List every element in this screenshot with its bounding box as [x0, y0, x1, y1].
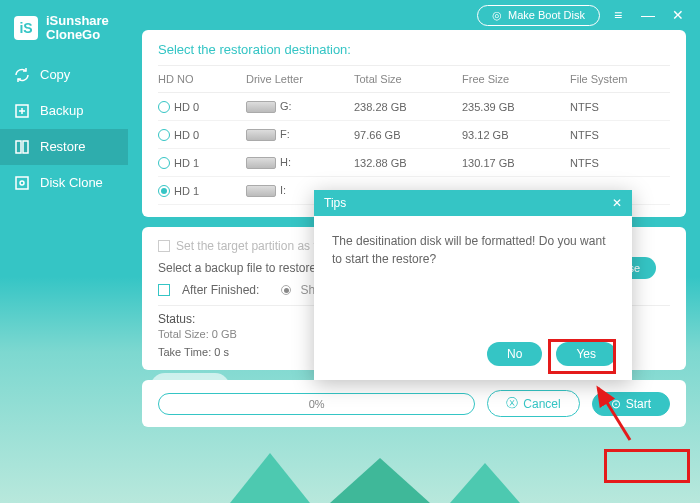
table-row[interactable]: HD 1 H: 132.88 GB 130.17 GB NTFS [158, 149, 670, 177]
cell-hd: HD 0 [174, 101, 199, 113]
section-title: Select the restoration destination: [158, 42, 670, 57]
logo-icon: iS [14, 16, 38, 40]
cell-total: 238.28 GB [354, 101, 454, 113]
copy-icon [14, 67, 30, 83]
take-time-text: Take Time: 0 s [158, 346, 229, 358]
boot-label: Make Boot Disk [508, 9, 585, 21]
sidebar-item-label: Restore [40, 139, 86, 154]
radio-icon [158, 101, 170, 113]
app-name-2: CloneGo [46, 28, 109, 42]
dialog-message: The desitination disk will be formatted!… [314, 216, 632, 284]
cell-fs: NTFS [570, 157, 670, 169]
sidebar-item-backup[interactable]: Backup [0, 93, 128, 129]
col-free: Free Size [462, 73, 562, 85]
app-name-1: iSunshare [46, 14, 109, 28]
col-fs: File System [570, 73, 670, 85]
svg-point-4 [20, 181, 24, 185]
play-icon: ⊙ [611, 397, 621, 411]
make-boot-disk-button[interactable]: ◎ Make Boot Disk [477, 5, 600, 26]
cell-hd: HD 0 [174, 129, 199, 141]
restore-icon [14, 139, 30, 155]
radio-icon [158, 157, 170, 169]
drive-icon [246, 101, 276, 113]
cell-letter: G: [280, 100, 292, 112]
target-partition-label: Set the target partition as the [176, 239, 330, 253]
col-total: Total Size [354, 73, 454, 85]
progress-bar: 0% [158, 393, 475, 415]
minimize-button[interactable]: — [636, 3, 660, 27]
svg-rect-1 [16, 141, 21, 153]
cell-fs: NTFS [570, 129, 670, 141]
footer-panel: 0% ⓧ Cancel ⊙ Start [142, 380, 686, 427]
menu-button[interactable]: ≡ [606, 3, 630, 27]
sidebar-item-restore[interactable]: Restore [0, 129, 128, 165]
drive-icon [246, 157, 276, 169]
radio-icon [158, 185, 170, 197]
disc-icon: ◎ [492, 9, 502, 22]
sidebar-item-label: Backup [40, 103, 83, 118]
cell-free: 130.17 GB [462, 157, 562, 169]
close-button[interactable]: ✕ [666, 3, 690, 27]
cancel-icon: ⓧ [506, 395, 518, 412]
table-header: HD NO Drive Letter Total Size Free Size … [158, 65, 670, 93]
svg-rect-2 [23, 141, 28, 153]
app-logo: iS iSunshare CloneGo [0, 8, 128, 57]
titlebar: ◎ Make Boot Disk ≡ — ✕ [130, 0, 700, 30]
dialog-title: Tips [324, 196, 346, 210]
cell-free: 93.12 GB [462, 129, 562, 141]
tips-dialog: Tips ✕ The desitination disk will be for… [314, 190, 632, 380]
start-label: Start [626, 397, 651, 411]
cell-total: 132.88 GB [354, 157, 454, 169]
cell-letter: F: [280, 128, 290, 140]
checkbox-icon[interactable] [158, 284, 170, 296]
cancel-button[interactable]: ⓧ Cancel [487, 390, 579, 417]
sidebar: iS iSunshare CloneGo Copy Backup Restore [0, 0, 128, 503]
cell-letter: I: [280, 184, 286, 196]
table-row[interactable]: HD 0 G: 238.28 GB 235.39 GB NTFS [158, 93, 670, 121]
radio-shutdown[interactable] [281, 285, 291, 295]
sidebar-item-disk-clone[interactable]: Disk Clone [0, 165, 128, 201]
col-hdno: HD NO [158, 73, 238, 85]
checkbox-icon[interactable] [158, 240, 170, 252]
backup-file-label: Select a backup file to restore: [158, 261, 319, 275]
cell-hd: HD 1 [174, 157, 199, 169]
drive-icon [246, 129, 276, 141]
cell-free: 235.39 GB [462, 101, 562, 113]
cell-hd: HD 1 [174, 185, 199, 197]
svg-rect-3 [16, 177, 28, 189]
col-letter: Drive Letter [246, 73, 346, 85]
start-button[interactable]: ⊙ Start [592, 392, 670, 416]
dialog-yes-button[interactable]: Yes [556, 342, 616, 366]
close-icon[interactable]: ✕ [612, 196, 622, 210]
dialog-no-button[interactable]: No [487, 342, 542, 366]
radio-icon [158, 129, 170, 141]
cell-fs: NTFS [570, 101, 670, 113]
drive-icon [246, 185, 276, 197]
backup-icon [14, 103, 30, 119]
sidebar-item-copy[interactable]: Copy [0, 57, 128, 93]
cell-letter: H: [280, 156, 291, 168]
sidebar-item-label: Copy [40, 67, 70, 82]
table-row[interactable]: HD 0 F: 97.66 GB 93.12 GB NTFS [158, 121, 670, 149]
cancel-label: Cancel [523, 397, 560, 411]
after-finished-label: After Finished: [182, 283, 259, 297]
cell-total: 97.66 GB [354, 129, 454, 141]
disk-clone-icon [14, 175, 30, 191]
sidebar-item-label: Disk Clone [40, 175, 103, 190]
progress-text: 0% [309, 398, 325, 410]
